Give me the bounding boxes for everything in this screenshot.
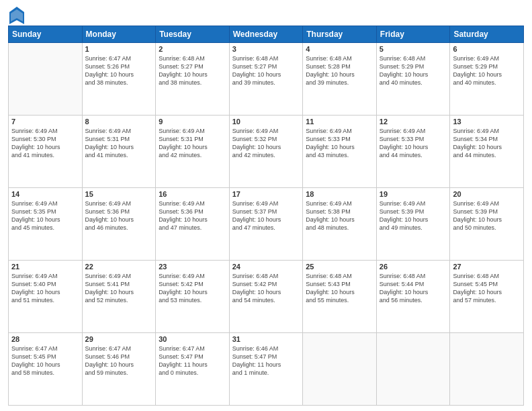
day-number: 6 — [453, 45, 521, 53]
calendar-week-5: 28Sunrise: 6:47 AM Sunset: 5:45 PM Dayli… — [9, 333, 524, 406]
day-info: Sunrise: 6:49 AM Sunset: 5:34 PM Dayligh… — [453, 127, 521, 160]
day-info: Sunrise: 6:48 AM Sunset: 5:45 PM Dayligh… — [453, 272, 521, 305]
day-info: Sunrise: 6:48 AM Sunset: 5:27 PM Dayligh… — [232, 54, 300, 87]
calendar-cell: 13Sunrise: 6:49 AM Sunset: 5:34 PM Dayli… — [450, 116, 524, 188]
calendar-cell: 10Sunrise: 6:49 AM Sunset: 5:32 PM Dayli… — [229, 116, 303, 188]
day-info: Sunrise: 6:49 AM Sunset: 5:29 PM Dayligh… — [453, 54, 521, 87]
calendar-cell: 1Sunrise: 6:47 AM Sunset: 5:26 PM Daylig… — [82, 43, 156, 116]
day-info: Sunrise: 6:49 AM Sunset: 5:40 PM Dayligh… — [11, 272, 79, 305]
day-number: 4 — [306, 45, 373, 53]
day-info: Sunrise: 6:48 AM Sunset: 5:28 PM Dayligh… — [306, 54, 373, 87]
day-info: Sunrise: 6:47 AM Sunset: 5:26 PM Dayligh… — [85, 54, 153, 87]
day-info: Sunrise: 6:47 AM Sunset: 5:45 PM Dayligh… — [11, 345, 79, 377]
calendar-cell: 16Sunrise: 6:49 AM Sunset: 5:36 PM Dayli… — [156, 188, 230, 261]
day-info: Sunrise: 6:48 AM Sunset: 5:27 PM Dayligh… — [159, 54, 226, 87]
day-info: Sunrise: 6:48 AM Sunset: 5:42 PM Dayligh… — [232, 272, 300, 305]
calendar-cell: 29Sunrise: 6:47 AM Sunset: 5:46 PM Dayli… — [82, 333, 156, 406]
logo-icon — [9, 7, 24, 24]
calendar-cell: 14Sunrise: 6:49 AM Sunset: 5:35 PM Dayli… — [9, 188, 83, 261]
day-number: 3 — [232, 45, 300, 53]
calendar-cell: 30Sunrise: 6:47 AM Sunset: 5:47 PM Dayli… — [156, 333, 230, 406]
calendar-week-1: 1Sunrise: 6:47 AM Sunset: 5:26 PM Daylig… — [9, 43, 524, 116]
weekday-header-monday: Monday — [82, 26, 156, 43]
day-info: Sunrise: 6:49 AM Sunset: 5:39 PM Dayligh… — [380, 199, 447, 232]
day-number: 7 — [11, 118, 79, 126]
day-info: Sunrise: 6:49 AM Sunset: 5:32 PM Dayligh… — [232, 127, 300, 160]
calendar-cell: 15Sunrise: 6:49 AM Sunset: 5:36 PM Dayli… — [82, 188, 156, 261]
calendar-week-4: 21Sunrise: 6:49 AM Sunset: 5:40 PM Dayli… — [9, 261, 524, 333]
calendar-week-3: 14Sunrise: 6:49 AM Sunset: 5:35 PM Dayli… — [9, 188, 524, 261]
day-number: 24 — [232, 263, 300, 271]
day-number: 27 — [453, 263, 521, 271]
header — [8, 7, 524, 21]
day-number: 2 — [159, 45, 226, 53]
calendar-cell: 26Sunrise: 6:48 AM Sunset: 5:44 PM Dayli… — [376, 261, 450, 333]
calendar-cell: 5Sunrise: 6:48 AM Sunset: 5:29 PM Daylig… — [376, 43, 450, 116]
day-number: 10 — [232, 118, 300, 126]
day-info: Sunrise: 6:49 AM Sunset: 5:37 PM Dayligh… — [232, 199, 300, 232]
day-info: Sunrise: 6:46 AM Sunset: 5:47 PM Dayligh… — [232, 345, 300, 377]
calendar-week-2: 7Sunrise: 6:49 AM Sunset: 5:30 PM Daylig… — [9, 116, 524, 188]
weekday-header-thursday: Thursday — [303, 26, 377, 43]
day-number: 18 — [306, 190, 373, 198]
calendar-cell: 31Sunrise: 6:46 AM Sunset: 5:47 PM Dayli… — [229, 333, 303, 406]
day-info: Sunrise: 6:49 AM Sunset: 5:42 PM Dayligh… — [159, 272, 226, 305]
day-info: Sunrise: 6:49 AM Sunset: 5:35 PM Dayligh… — [11, 199, 79, 232]
day-info: Sunrise: 6:49 AM Sunset: 5:33 PM Dayligh… — [306, 127, 373, 160]
calendar-cell: 19Sunrise: 6:49 AM Sunset: 5:39 PM Dayli… — [376, 188, 450, 261]
day-info: Sunrise: 6:48 AM Sunset: 5:44 PM Dayligh… — [380, 272, 447, 305]
day-number: 16 — [159, 190, 226, 198]
day-info: Sunrise: 6:49 AM Sunset: 5:31 PM Dayligh… — [159, 127, 226, 160]
day-number: 15 — [85, 190, 153, 198]
calendar-cell: 9Sunrise: 6:49 AM Sunset: 5:31 PM Daylig… — [156, 116, 230, 188]
calendar-cell: 20Sunrise: 6:49 AM Sunset: 5:39 PM Dayli… — [450, 188, 524, 261]
day-number: 9 — [159, 118, 226, 126]
calendar-cell — [9, 43, 83, 116]
day-info: Sunrise: 6:49 AM Sunset: 5:38 PM Dayligh… — [306, 199, 373, 232]
calendar-cell: 4Sunrise: 6:48 AM Sunset: 5:28 PM Daylig… — [303, 43, 377, 116]
day-info: Sunrise: 6:49 AM Sunset: 5:36 PM Dayligh… — [85, 199, 153, 232]
calendar-cell: 25Sunrise: 6:48 AM Sunset: 5:43 PM Dayli… — [303, 261, 377, 333]
day-info: Sunrise: 6:49 AM Sunset: 5:31 PM Dayligh… — [85, 127, 153, 160]
day-info: Sunrise: 6:49 AM Sunset: 5:33 PM Dayligh… — [380, 127, 447, 160]
calendar-cell: 8Sunrise: 6:49 AM Sunset: 5:31 PM Daylig… — [82, 116, 156, 188]
calendar-cell: 23Sunrise: 6:49 AM Sunset: 5:42 PM Dayli… — [156, 261, 230, 333]
calendar-cell: 11Sunrise: 6:49 AM Sunset: 5:33 PM Dayli… — [303, 116, 377, 188]
calendar-cell: 22Sunrise: 6:49 AM Sunset: 5:41 PM Dayli… — [82, 261, 156, 333]
day-number: 22 — [85, 263, 153, 271]
day-info: Sunrise: 6:47 AM Sunset: 5:46 PM Dayligh… — [85, 345, 153, 377]
calendar-cell — [450, 333, 524, 406]
day-info: Sunrise: 6:49 AM Sunset: 5:39 PM Dayligh… — [453, 199, 521, 232]
day-number: 29 — [85, 335, 153, 343]
calendar-cell: 7Sunrise: 6:49 AM Sunset: 5:30 PM Daylig… — [9, 116, 83, 188]
calendar-cell: 3Sunrise: 6:48 AM Sunset: 5:27 PM Daylig… — [229, 43, 303, 116]
weekday-header-wednesday: Wednesday — [229, 26, 303, 43]
day-info: Sunrise: 6:47 AM Sunset: 5:47 PM Dayligh… — [159, 345, 226, 377]
calendar-cell: 27Sunrise: 6:48 AM Sunset: 5:45 PM Dayli… — [450, 261, 524, 333]
calendar-cell: 6Sunrise: 6:49 AM Sunset: 5:29 PM Daylig… — [450, 43, 524, 116]
weekday-header-sunday: Sunday — [9, 26, 83, 43]
day-info: Sunrise: 6:49 AM Sunset: 5:41 PM Dayligh… — [85, 272, 153, 305]
day-number: 30 — [159, 335, 226, 343]
day-number: 23 — [159, 263, 226, 271]
day-info: Sunrise: 6:49 AM Sunset: 5:30 PM Dayligh… — [11, 127, 79, 160]
calendar-cell: 21Sunrise: 6:49 AM Sunset: 5:40 PM Dayli… — [9, 261, 83, 333]
page: SundayMondayTuesdayWednesdayThursdayFrid… — [0, 0, 532, 411]
day-number: 13 — [453, 118, 521, 126]
calendar-cell: 24Sunrise: 6:48 AM Sunset: 5:42 PM Dayli… — [229, 261, 303, 333]
day-number: 14 — [11, 190, 79, 198]
day-number: 12 — [380, 118, 447, 126]
calendar-cell: 2Sunrise: 6:48 AM Sunset: 5:27 PM Daylig… — [156, 43, 230, 116]
day-number: 31 — [232, 335, 300, 343]
weekday-header-row: SundayMondayTuesdayWednesdayThursdayFrid… — [9, 26, 524, 43]
logo — [8, 7, 24, 21]
day-number: 28 — [11, 335, 79, 343]
calendar-cell — [303, 333, 377, 406]
day-number: 8 — [85, 118, 153, 126]
weekday-header-saturday: Saturday — [450, 26, 524, 43]
day-info: Sunrise: 6:49 AM Sunset: 5:36 PM Dayligh… — [159, 199, 226, 232]
calendar-cell: 28Sunrise: 6:47 AM Sunset: 5:45 PM Dayli… — [9, 333, 83, 406]
day-info: Sunrise: 6:48 AM Sunset: 5:43 PM Dayligh… — [306, 272, 373, 305]
calendar-cell: 18Sunrise: 6:49 AM Sunset: 5:38 PM Dayli… — [303, 188, 377, 261]
weekday-header-tuesday: Tuesday — [156, 26, 230, 43]
